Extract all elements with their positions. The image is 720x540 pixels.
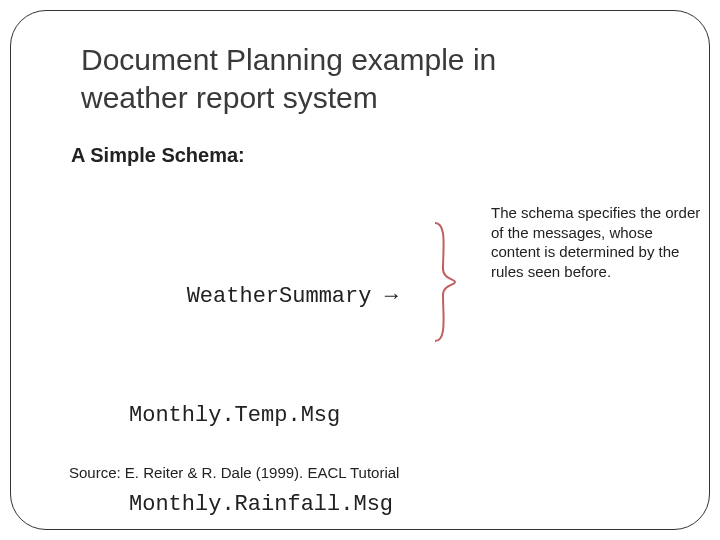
schema-name: WeatherSummary — [187, 284, 372, 309]
annotation-note: The schema specifies the order of the me… — [491, 203, 706, 281]
schema-item: Monthly.Temp.Msg — [81, 401, 669, 431]
source-citation: Source: E. Reiter & R. Dale (1999). EACL… — [69, 464, 399, 481]
slide-frame: Document Planning example in weather rep… — [10, 10, 710, 530]
subheading: A Simple Schema: — [71, 144, 669, 167]
brace-icon — [433, 221, 457, 343]
slide-title: Document Planning example in weather rep… — [81, 41, 601, 116]
arrow-icon: → — [385, 284, 398, 309]
body-content: WeatherSummary → Monthly.Temp.Msg Monthl… — [81, 193, 669, 540]
schema-item: Monthly.Rainfall.Msg — [81, 490, 669, 520]
